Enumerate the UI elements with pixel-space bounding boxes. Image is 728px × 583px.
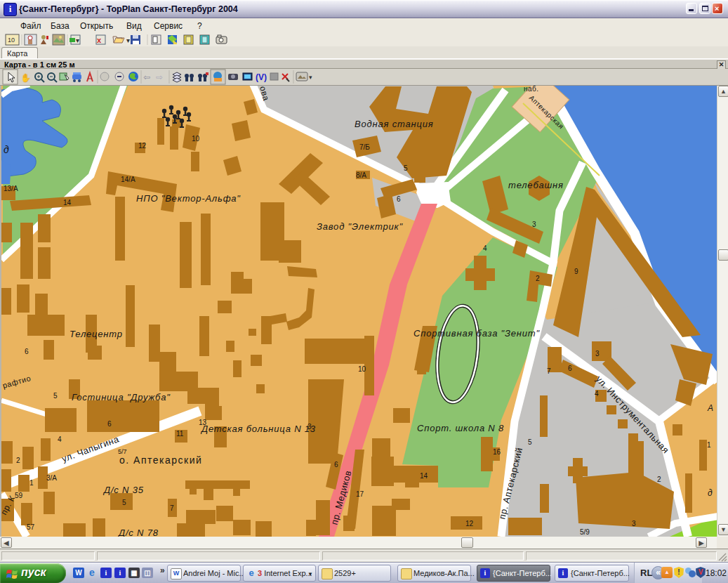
- svg-text:Детская больница N 13: Детская больница N 13: [200, 424, 316, 434]
- svg-text:6: 6: [397, 195, 401, 203]
- svg-text:Спортивная база "Зенит": Спортивная база "Зенит": [413, 328, 540, 339]
- svg-text:наб.: наб.: [524, 86, 539, 93]
- svg-text:▾: ▾: [76, 37, 79, 44]
- svg-text:Гостиница "Дружба": Гостиница "Дружба": [72, 392, 171, 402]
- svg-text:57: 57: [27, 523, 35, 531]
- svg-text:4: 4: [483, 244, 487, 252]
- svg-text:Водная станция: Водная станция: [355, 119, 433, 129]
- svg-text:Д/с N 78: Д/с N 78: [117, 528, 159, 537]
- svg-text:3: 3: [307, 423, 312, 431]
- svg-text:5/9: 5/9: [580, 528, 590, 536]
- svg-text:6: 6: [107, 420, 112, 428]
- svg-text:4: 4: [595, 390, 599, 398]
- svg-text:2: 2: [536, 275, 540, 282]
- svg-text:11: 11: [176, 430, 184, 438]
- svg-text:7/Б: 7/Б: [359, 143, 370, 151]
- svg-text:(V): (V): [256, 72, 267, 82]
- svg-text:▾: ▾: [126, 37, 130, 44]
- svg-text:6: 6: [25, 348, 29, 355]
- svg-text:10: 10: [358, 365, 366, 373]
- svg-text:13: 13: [199, 419, 207, 426]
- svg-text:⇦: ⇦: [143, 72, 150, 82]
- svg-text:о. Аптекарский: о. Аптекарский: [119, 454, 202, 466]
- svg-text:3/A: 3/A: [46, 474, 57, 482]
- svg-text:4: 4: [58, 435, 62, 443]
- svg-text:14/A: 14/A: [121, 176, 135, 183]
- svg-text:5: 5: [528, 438, 532, 446]
- svg-text:13/A: 13/A: [4, 185, 18, 192]
- svg-text:12: 12: [465, 520, 474, 528]
- svg-text:2: 2: [16, 457, 20, 464]
- svg-text:3: 3: [632, 520, 636, 528]
- svg-text:НПО "Вектор-Альфа": НПО "Вектор-Альфа": [136, 193, 241, 204]
- svg-text:12: 12: [138, 142, 147, 150]
- svg-text:Телецентр: Телецентр: [70, 329, 123, 339]
- svg-text:✋: ✋: [20, 72, 31, 83]
- svg-text:д: д: [4, 144, 10, 155]
- svg-text:5/7: 5/7: [118, 448, 127, 455]
- svg-text:1: 1: [29, 479, 34, 487]
- svg-text:3: 3: [532, 221, 536, 228]
- svg-text:8/A: 8/A: [356, 171, 366, 179]
- svg-text:телебашня: телебашня: [508, 180, 564, 190]
- svg-text:1: 1: [707, 441, 711, 449]
- svg-text:Д/с N 35: Д/с N 35: [102, 485, 144, 495]
- svg-text:17: 17: [356, 490, 364, 498]
- svg-text:16: 16: [493, 448, 501, 456]
- svg-text:6: 6: [568, 365, 572, 372]
- svg-text:2: 2: [657, 476, 661, 483]
- svg-text:5: 5: [404, 164, 408, 172]
- svg-text:6: 6: [334, 461, 338, 469]
- svg-text:д: д: [708, 488, 713, 498]
- svg-text:Спорт. школа N 8: Спорт. школа N 8: [417, 423, 504, 433]
- svg-text:5: 5: [122, 499, 126, 506]
- svg-text:Завод "Электрик": Завод "Электрик": [317, 221, 403, 232]
- svg-text:7: 7: [547, 367, 551, 375]
- svg-text:⇨: ⇨: [156, 72, 163, 82]
- svg-text:10: 10: [192, 135, 200, 143]
- svg-text:5: 5: [53, 392, 58, 400]
- svg-text:10: 10: [8, 37, 15, 44]
- svg-text:14: 14: [420, 472, 428, 480]
- svg-text:x: x: [97, 36, 102, 44]
- svg-text:А: А: [707, 403, 713, 413]
- svg-text:9: 9: [574, 268, 578, 275]
- svg-text:3: 3: [595, 350, 600, 358]
- svg-text:59: 59: [15, 492, 23, 499]
- svg-text:14: 14: [63, 199, 72, 207]
- svg-text:7: 7: [170, 504, 174, 512]
- svg-text:▾: ▾: [309, 74, 312, 81]
